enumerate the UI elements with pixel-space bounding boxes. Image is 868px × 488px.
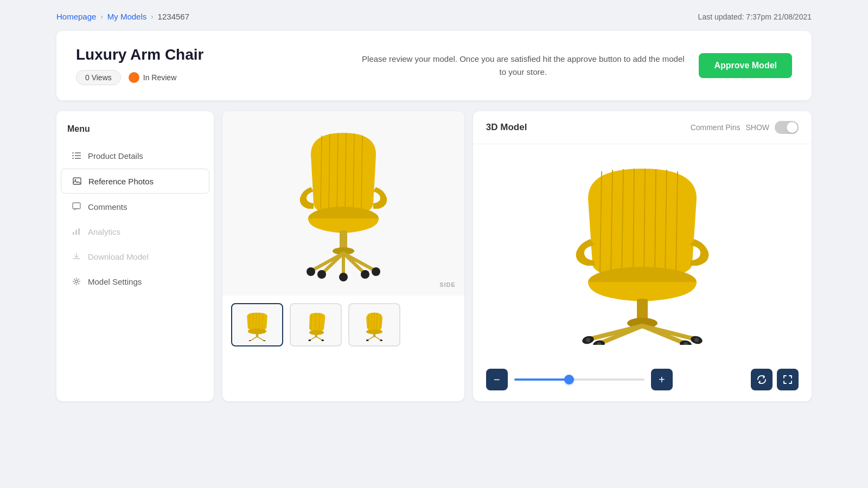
center-panel: SIDE [222,111,464,401]
svg-rect-2 [72,155,74,156]
sidebar-item-model-settings[interactable]: Model Settings [61,269,209,293]
breadcrumb: Homepage › My Models › 1234567 Last upda… [0,0,868,31]
controls-bar: − + [473,361,812,401]
svg-point-30 [361,270,369,279]
sidebar-item-download: Download Model [61,245,209,268]
comment-pins-label: Comment Pins [691,123,741,132]
fullscreen-button[interactable] [777,369,799,390]
model-settings-label: Model Settings [88,277,142,286]
svg-rect-11 [78,228,80,235]
sidebar-item-reference-photos[interactable]: Reference Photos [61,169,209,194]
svg-point-27 [307,267,315,276]
breadcrumb-id: 1234567 [158,12,189,21]
svg-line-39 [250,337,258,341]
comment-pins-toggle[interactable] [775,121,799,134]
thumbnail-2[interactable] [290,303,342,346]
main-image-area: SIDE [222,111,464,296]
svg-point-12 [75,280,78,283]
slider-fill [514,378,569,381]
bar-chart-icon [72,227,81,236]
download-label: Download Model [88,252,149,261]
3d-chair-image [556,160,729,345]
panel-header: 3D Model Comment Pins SHOW [473,111,812,144]
breadcrumb-sep-2: › [151,12,153,21]
gear-icon [72,277,81,286]
svg-point-81 [694,338,699,342]
zoom-out-button[interactable]: − [486,369,508,390]
reference-photos-label: Reference Photos [88,177,154,186]
svg-rect-4 [72,158,74,159]
thumbnail-1[interactable] [231,303,283,346]
svg-point-31 [339,273,348,281]
header-badges: 0 Views In Review [76,70,347,85]
svg-rect-0 [72,152,74,153]
main-chair-image [278,122,409,285]
thumbnails-row [222,296,464,354]
svg-point-28 [372,267,380,276]
zoom-slider-area: − + [486,369,673,390]
svg-point-79 [586,338,590,342]
svg-rect-1 [75,152,81,153]
left-panel: Menu Product Details [56,111,214,401]
zoom-slider-track[interactable] [514,378,644,381]
comment-pins-area: Comment Pins SHOW [691,121,799,134]
sidebar-item-comments[interactable]: Comments [61,195,209,219]
download-icon [72,252,81,261]
header-left: Luxury Arm Chair 0 Views In Review [76,46,347,85]
svg-point-29 [317,270,326,279]
svg-rect-8 [73,203,80,209]
list-icon [72,151,81,160]
svg-line-49 [316,337,323,341]
action-buttons [751,369,799,390]
svg-rect-6 [73,178,81,184]
review-status: In Review [143,73,176,82]
analytics-label: Analytics [88,227,120,236]
panel-title: 3D Model [486,122,527,133]
svg-line-48 [310,337,316,341]
sidebar-item-product-details[interactable]: Product Details [61,144,209,168]
approve-button[interactable]: Approve Model [699,53,792,78]
main-content: Menu Product Details [56,111,812,401]
svg-line-60 [374,336,381,341]
rotate-button[interactable] [751,369,773,390]
side-label: SIDE [439,281,456,288]
image-icon [72,176,82,186]
toggle-thumb [787,122,797,133]
review-dot-icon [129,72,139,83]
breadcrumb-home[interactable]: Homepage [56,12,96,21]
svg-rect-9 [73,232,74,235]
svg-point-7 [75,179,76,181]
comments-label: Comments [88,202,127,211]
svg-line-59 [367,336,374,341]
svg-rect-5 [75,158,81,159]
breadcrumb-sep-1: › [100,12,103,21]
product-details-label: Product Details [88,151,143,160]
header-card: Luxury Arm Chair 0 Views In Review Pleas… [56,31,812,100]
svg-rect-3 [75,155,81,156]
slider-thumb [564,375,574,384]
views-badge: 0 Views [76,70,121,85]
menu-title: Menu [56,124,214,143]
right-panel: 3D Model Comment Pins SHOW [473,111,812,401]
show-label: SHOW [745,123,769,132]
zoom-in-button[interactable]: + [651,369,673,390]
product-title: Luxury Arm Chair [76,46,347,63]
approval-message: Please review your model. Once you are s… [360,53,686,79]
svg-rect-10 [75,230,77,235]
comment-icon [72,202,81,211]
thumbnail-3[interactable] [348,303,400,346]
svg-line-40 [257,337,265,341]
sidebar-item-analytics: Analytics [61,220,209,243]
breadcrumb-models[interactable]: My Models [107,12,147,21]
last-updated: Last updated: 7:37pm 21/08/2021 [698,12,812,21]
3d-model-view [473,144,812,361]
review-badge: In Review [129,72,176,83]
